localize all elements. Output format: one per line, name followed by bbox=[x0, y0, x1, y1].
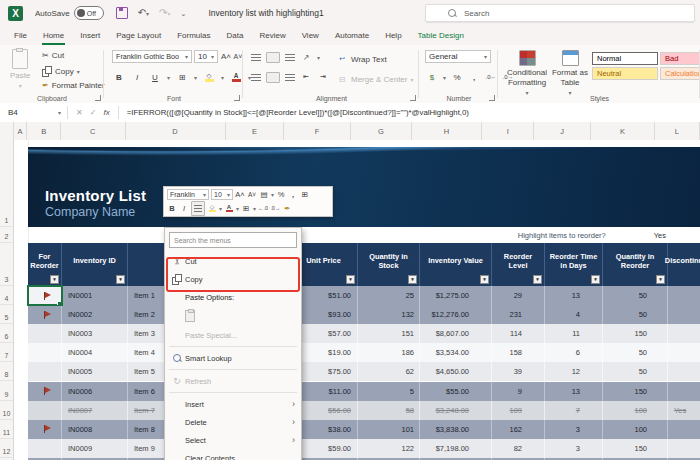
menu-item-select[interactable]: Select› bbox=[165, 431, 301, 449]
cell[interactable]: IN0007 bbox=[62, 401, 128, 420]
tab-file[interactable]: File bbox=[6, 28, 35, 43]
column-header-j[interactable]: J bbox=[534, 122, 591, 140]
cell-style-normal[interactable]: Normal bbox=[592, 52, 658, 65]
mini-bold-icon[interactable]: B bbox=[167, 203, 177, 214]
increase-indent-icon[interactable]: ⇥ bbox=[317, 71, 329, 83]
mini-percent-icon[interactable]: % bbox=[276, 189, 286, 200]
insert-function-icon[interactable]: fx bbox=[103, 108, 109, 117]
cell[interactable]: 50 bbox=[603, 286, 668, 305]
tab-insert[interactable]: Insert bbox=[72, 28, 108, 43]
select-all-corner[interactable] bbox=[0, 122, 14, 140]
cell[interactable] bbox=[28, 439, 62, 458]
cell[interactable]: $3,838.00 bbox=[420, 420, 492, 439]
tab-table-design[interactable]: Table Design bbox=[410, 28, 472, 43]
column-header-f[interactable]: F bbox=[284, 122, 351, 140]
filter-button[interactable]: ▾ bbox=[533, 275, 542, 284]
cell[interactable]: 13 bbox=[545, 286, 603, 305]
cell[interactable] bbox=[28, 305, 62, 324]
paste-button[interactable]: Paste▾ bbox=[10, 49, 30, 89]
menu-item-clear-contents[interactable]: Clear Contents bbox=[165, 449, 301, 460]
mini-format-icon[interactable]: ▤ bbox=[259, 189, 269, 200]
bold-button[interactable]: B bbox=[113, 71, 125, 83]
row-header-3[interactable]: 3 bbox=[0, 243, 13, 286]
cell[interactable]: 58 bbox=[358, 401, 420, 420]
mini-decrease-font-icon[interactable]: A˅ bbox=[247, 189, 257, 200]
cell[interactable]: 114 bbox=[492, 324, 545, 343]
row-header-8[interactable]: 8 bbox=[0, 362, 13, 381]
mini-increase-decimal-icon[interactable]: ←.0 bbox=[258, 203, 268, 214]
mini-font-color-icon[interactable]: A bbox=[224, 203, 234, 214]
cell[interactable]: $3,248.00 bbox=[420, 401, 492, 420]
cell[interactable]: 100 bbox=[603, 420, 668, 439]
tab-help[interactable]: Help bbox=[377, 28, 409, 43]
cell-style-neutral[interactable]: Neutral bbox=[592, 67, 658, 80]
undo-icon[interactable]: ↶▾ bbox=[138, 8, 149, 18]
borders-icon[interactable]: ⊞ bbox=[176, 71, 188, 83]
cell[interactable]: 39 bbox=[492, 362, 545, 381]
cell[interactable]: 162 bbox=[492, 420, 545, 439]
cell[interactable]: 7 bbox=[545, 401, 603, 420]
mini-table-icon[interactable]: ⊞ bbox=[300, 189, 310, 200]
cell[interactable]: IN0001 bbox=[62, 286, 128, 305]
mini-increase-font-icon[interactable]: A˄ bbox=[235, 189, 245, 200]
column-header-i[interactable]: I bbox=[482, 122, 534, 140]
mini-format-painter-icon[interactable]: ✒ bbox=[282, 203, 292, 214]
cell[interactable]: 13 bbox=[545, 382, 603, 401]
row-header-5[interactable]: 5 bbox=[0, 305, 13, 324]
filter-button[interactable]: ▾ bbox=[50, 275, 59, 284]
quick-access-customize-icon[interactable]: ⌄ bbox=[181, 10, 187, 17]
tab-review[interactable]: Review bbox=[251, 28, 293, 43]
align-top-icon[interactable] bbox=[251, 54, 261, 61]
cell[interactable]: 6 bbox=[545, 343, 603, 362]
cell[interactable]: IN0008 bbox=[62, 420, 128, 439]
cell[interactable]: 29 bbox=[492, 286, 545, 305]
mini-italic-icon[interactable]: I bbox=[179, 203, 189, 214]
mini-align-center-icon[interactable] bbox=[191, 201, 205, 216]
tab-data[interactable]: Data bbox=[219, 28, 252, 43]
format-painter-button[interactable]: ✒Format Painter bbox=[42, 81, 105, 90]
mini-fill-color-icon[interactable]: ◇ bbox=[207, 203, 217, 214]
align-left-icon[interactable] bbox=[251, 74, 261, 81]
cell[interactable]: 50 bbox=[603, 305, 668, 324]
clipboard-dialog-launcher-icon[interactable] bbox=[95, 95, 101, 101]
tab-formulas[interactable]: Formulas bbox=[169, 28, 218, 43]
cell[interactable]: $3,534.00 bbox=[420, 343, 492, 362]
column-header-e[interactable]: E bbox=[226, 122, 285, 140]
menu-item-smart-lookup[interactable]: Smart Lookup bbox=[165, 349, 301, 367]
filter-button[interactable]: ▾ bbox=[408, 275, 417, 284]
column-header-k[interactable]: K bbox=[591, 122, 655, 140]
cell[interactable] bbox=[668, 324, 700, 343]
row-header-11[interactable]: 11 bbox=[0, 420, 13, 439]
cell[interactable] bbox=[28, 401, 62, 420]
cell[interactable]: $7,198.00 bbox=[420, 439, 492, 458]
number-dialog-launcher-icon[interactable] bbox=[489, 95, 495, 101]
cell[interactable]: 150 bbox=[603, 382, 668, 401]
name-box-caret-icon[interactable]: ▾ bbox=[58, 109, 61, 116]
cell[interactable]: IN0004 bbox=[62, 343, 128, 362]
column-header-d[interactable]: D bbox=[126, 122, 226, 140]
cell[interactable]: 100 bbox=[603, 401, 668, 420]
underline-caret-icon[interactable]: ▾ bbox=[167, 74, 170, 81]
filter-button[interactable]: ▾ bbox=[346, 275, 355, 284]
cell[interactable]: IN0006 bbox=[62, 382, 128, 401]
cell[interactable] bbox=[668, 286, 700, 305]
cell[interactable] bbox=[668, 362, 700, 381]
font-size-select[interactable]: 10▾ bbox=[194, 50, 218, 63]
cut-button[interactable]: ✂Cut bbox=[42, 51, 64, 60]
cell[interactable]: $1,275.00 bbox=[420, 286, 492, 305]
font-dialog-launcher-icon[interactable] bbox=[234, 95, 240, 101]
cell[interactable] bbox=[28, 343, 62, 362]
autosave-control[interactable]: AutoSave Off bbox=[35, 6, 104, 20]
cell[interactable]: 122 bbox=[358, 439, 420, 458]
tab-view[interactable]: View bbox=[294, 28, 327, 43]
cell[interactable]: 50 bbox=[603, 343, 668, 362]
menu-item-insert[interactable]: Insert› bbox=[165, 395, 301, 413]
cell[interactable]: 158 bbox=[492, 343, 545, 362]
cell[interactable] bbox=[28, 382, 62, 401]
column-header-a[interactable]: A bbox=[14, 122, 28, 140]
align-bottom-icon[interactable] bbox=[285, 54, 295, 61]
mini-borders-icon[interactable]: ⊞ bbox=[241, 203, 251, 214]
cell-style-calculation[interactable]: Calculation bbox=[660, 67, 700, 80]
cell[interactable]: 132 bbox=[358, 305, 420, 324]
row-header-7[interactable]: 7 bbox=[0, 343, 13, 362]
